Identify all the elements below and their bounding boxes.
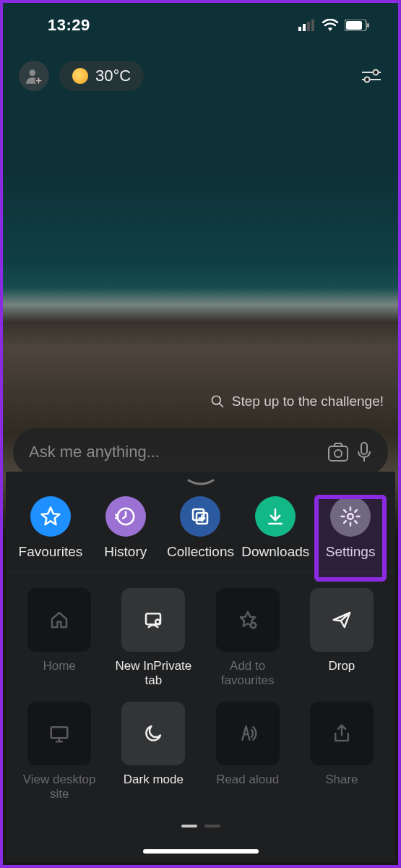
svg-line-14 [219,404,223,407]
menu-panel: Favourites History Collections Downloads… [6,472,395,862]
svg-rect-2 [307,22,310,31]
sun-icon [72,68,88,84]
quick-label: Downloads [241,544,309,560]
person-add-icon [25,67,43,85]
status-bar: 13:29 [3,16,398,35]
tile-dark-mode[interactable]: Dark mode [113,702,194,802]
moon-icon [121,702,185,765]
quick-actions-row: Favourites History Collections Downloads… [6,490,395,572]
wifi-icon [322,19,339,32]
svg-point-12 [365,77,370,82]
quick-label: Favourites [19,544,83,560]
pager-dot[interactable] [181,825,197,827]
tile-label: View desktop site [19,773,100,802]
collections-icon [180,496,220,537]
tile-label: Add to favourites [207,659,288,689]
search-icon [210,394,225,409]
quick-downloads[interactable]: Downloads [239,496,311,560]
gear-icon [330,496,371,537]
svg-rect-17 [361,443,367,454]
svg-point-10 [374,70,379,75]
tile-label: Drop [328,659,355,688]
weather-temp: 30°C [95,67,131,85]
svg-rect-6 [367,23,369,27]
share-icon [310,702,374,765]
profile-button[interactable] [19,61,49,91]
star-add-icon [216,588,280,652]
home-indicator[interactable] [143,849,259,854]
clock: 13:29 [48,16,90,35]
actions-grid: Home New InPrivate tab Add to favourites… [6,572,395,802]
tile-view-desktop-site: View desktop site [19,702,100,802]
cellular-signal-icon [298,20,316,31]
home-icon [27,588,91,652]
tile-read-aloud: Read aloud [207,702,288,802]
read-aloud-icon [216,702,280,765]
weather-pill[interactable]: 30°C [59,61,144,91]
microphone-icon[interactable] [356,441,372,463]
history-icon [105,496,146,537]
svg-point-7 [30,69,36,76]
sliders-icon [361,68,382,84]
tile-add-to-favourites: Add to favourites [207,588,288,689]
quick-history[interactable]: History [90,496,162,560]
camera-icon[interactable] [327,442,349,462]
search-bar[interactable] [13,428,388,476]
page-settings-button[interactable] [361,68,382,84]
search-input[interactable] [29,443,320,461]
quick-label: Settings [326,544,376,560]
desktop-icon [27,702,91,765]
quick-favourites[interactable]: Favourites [14,496,87,560]
tile-home: Home [19,588,100,689]
drag-handle[interactable] [186,477,216,489]
inprivate-icon [121,588,185,652]
quick-label: Collections [167,544,234,560]
tile-label: Home [43,659,75,688]
tile-label: Share [325,773,358,801]
battery-icon [345,20,369,31]
svg-rect-26 [51,727,68,738]
svg-rect-5 [346,21,362,30]
tile-label: Read aloud [216,773,279,801]
svg-point-24 [156,619,160,624]
pager [6,825,395,827]
download-icon [255,496,296,537]
svg-rect-1 [303,24,306,31]
quick-label: History [104,544,147,560]
tile-share: Share [301,702,382,802]
send-icon [310,588,374,652]
svg-point-22 [348,514,353,519]
search-hint[interactable]: Step up to the challenge! [210,393,384,409]
tile-label: Dark mode [124,773,184,801]
star-icon [30,496,71,537]
tile-label: New InPrivate tab [113,659,194,689]
svg-rect-3 [311,20,314,31]
svg-rect-0 [298,27,301,31]
quick-collections[interactable]: Collections [164,496,236,560]
search-hint-text: Step up to the challenge! [232,393,384,409]
tile-new-inprivate-tab[interactable]: New InPrivate tab [113,588,194,689]
svg-point-16 [335,450,342,457]
quick-settings[interactable]: Settings [314,496,387,560]
svg-rect-15 [329,446,348,461]
pager-dot[interactable] [204,825,220,827]
tile-drop[interactable]: Drop [301,588,382,689]
